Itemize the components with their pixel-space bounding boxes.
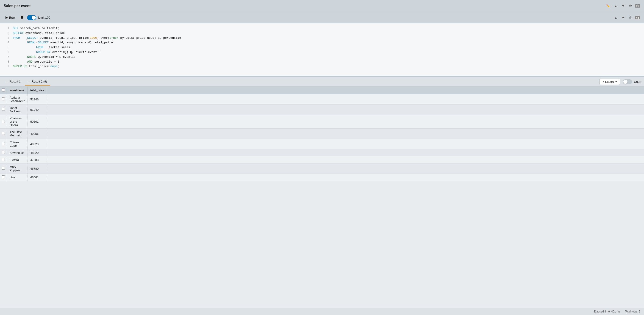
- cell-eventname: Phantom of the Opera: [7, 115, 28, 128]
- results-tabs: Result 1 Result 2 (9): [3, 78, 50, 86]
- code-content-3: FROM (SELECT eventid, total_price, ntile…: [13, 36, 181, 40]
- code-content-2: SELECT eventname, total_price: [13, 31, 65, 36]
- row-checkbox-cell[interactable]: [0, 128, 7, 139]
- table-row: Citizen Cope49823: [0, 139, 644, 149]
- total-rows: Total rows: 9: [625, 310, 640, 313]
- code-content-7: WHERE Q.eventid = E.eventid: [13, 55, 76, 60]
- table-header-row: eventname total_price: [0, 87, 644, 94]
- code-line-4: 4 FROM (SELECT eventid, sum(pricepaid) t…: [0, 40, 644, 45]
- cell-eventname: Live: [7, 174, 28, 181]
- cell-empty: [47, 174, 644, 181]
- table-row: The Little Mermaid49956: [0, 128, 644, 139]
- data-table: eventname total_price Adriana Lecouvreur…: [0, 87, 644, 181]
- row-checkbox[interactable]: [2, 108, 5, 111]
- run-label: Run: [9, 16, 15, 20]
- title-bar: Sales per event ✏️ ▲ ▼ 🗑 #1: [0, 0, 644, 12]
- line-num-8: 8: [3, 60, 9, 64]
- code-content-9: ORDER BY total_price desc;: [13, 64, 60, 69]
- row-checkbox-cell[interactable]: [0, 164, 7, 174]
- move-up-button[interactable]: ▲: [613, 3, 619, 9]
- code-line-6: 6 GROUP BY eventid)) Q, tickit.event E: [0, 50, 644, 55]
- cell-badge: #1: [635, 4, 640, 8]
- cell-empty: [47, 115, 644, 128]
- code-content-8: AND percentile = 1: [13, 60, 60, 64]
- cell-total-price: 51049: [28, 104, 47, 115]
- row-checkbox[interactable]: [2, 120, 5, 123]
- move-down-button[interactable]: ▼: [620, 3, 626, 9]
- header-checkbox[interactable]: [2, 88, 5, 92]
- code-editor[interactable]: 1 SET search_path to tickit; 2 SELECT ev…: [0, 24, 644, 76]
- status-bar: Elapsed time: 401 ms Total rows: 9: [0, 308, 644, 315]
- row-checkbox-cell[interactable]: [0, 104, 7, 115]
- toolbar-badge: #2: [635, 16, 640, 19]
- row-checkbox-cell[interactable]: [0, 156, 7, 164]
- row-checkbox[interactable]: [2, 167, 5, 170]
- row-checkbox[interactable]: [2, 151, 5, 154]
- tab-result2[interactable]: Result 2 (9): [25, 78, 50, 86]
- row-checkbox[interactable]: [2, 142, 5, 145]
- row-checkbox-cell[interactable]: [0, 139, 7, 149]
- cell-empty: [47, 128, 644, 139]
- cell-empty: [47, 104, 644, 115]
- table-icon-1: [6, 81, 8, 82]
- code-line-9: 9 ORDER BY total_price desc;: [0, 64, 644, 69]
- col-total-price[interactable]: total_price: [28, 87, 47, 94]
- table-row: Janet Jackson51049: [0, 104, 644, 115]
- delete-button[interactable]: 🗑: [628, 3, 634, 9]
- table-row: Mary Poppins46780: [0, 164, 644, 174]
- row-checkbox[interactable]: [2, 98, 5, 100]
- table-row: Phantom of the Opera50301: [0, 115, 644, 128]
- cell-empty: [47, 94, 644, 104]
- export-icon: ↑: [602, 80, 604, 84]
- row-checkbox-cell[interactable]: [0, 174, 7, 181]
- toolbar-left: Run Limit 100: [4, 15, 50, 20]
- code-content-4: FROM (SELECT eventid, sum(pricepaid) tot…: [13, 40, 113, 45]
- row-checkbox[interactable]: [2, 176, 5, 178]
- cell-total-price: 46661: [28, 174, 47, 181]
- cell-empty: [47, 149, 644, 156]
- run-icon: [6, 16, 8, 19]
- limit-toggle[interactable]: [27, 15, 36, 20]
- chart-toggle[interactable]: [623, 79, 632, 84]
- table-row: Sevendust48020: [0, 149, 644, 156]
- code-line-1: 1 SET search_path to tickit;: [0, 26, 644, 31]
- toolbar-delete-button[interactable]: 🗑: [628, 15, 634, 20]
- col-eventname[interactable]: eventname: [7, 87, 28, 94]
- row-checkbox-cell[interactable]: [0, 115, 7, 128]
- cell-total-price: 49823: [28, 139, 47, 149]
- results-tabs-bar: Result 1 Result 2 (9) ↑: [0, 77, 644, 87]
- cell-eventname: Mary Poppins: [7, 164, 28, 174]
- export-button[interactable]: ↑ Export ▼: [600, 79, 620, 85]
- code-line-8: 8 AND percentile = 1: [0, 60, 644, 64]
- line-num-2: 2: [3, 31, 9, 36]
- chart-toggle-container: Chart: [623, 79, 641, 84]
- data-table-container[interactable]: eventname total_price Adriana Lecouvreur…: [0, 87, 644, 308]
- toolbar-move-up-button[interactable]: ▲: [613, 15, 619, 20]
- cell-total-price: 50301: [28, 115, 47, 128]
- export-label: Export: [605, 80, 614, 84]
- cell-empty: [47, 139, 644, 149]
- toggle-slider: [27, 15, 36, 20]
- app-container: Sales per event ✏️ ▲ ▼ 🗑 #1 Run Lim: [0, 0, 644, 315]
- run-button[interactable]: Run: [4, 15, 17, 20]
- cell-total-price: 46780: [28, 164, 47, 174]
- chart-toggle-slider: [623, 79, 632, 84]
- elapsed-time: Elapsed time: 401 ms: [594, 310, 620, 313]
- limit-toggle-container: Limit 100: [27, 15, 50, 20]
- row-checkbox-cell[interactable]: [0, 94, 7, 104]
- cell-eventname: Sevendust: [7, 149, 28, 156]
- tab-result1[interactable]: Result 1: [3, 78, 24, 86]
- export-chevron: ▼: [615, 80, 617, 83]
- toolbar-right: ▲ ▼ 🗑 #2: [613, 15, 640, 20]
- page-title: Sales per event: [4, 4, 30, 8]
- row-checkbox[interactable]: [2, 132, 5, 135]
- toolbar-move-down-button[interactable]: ▼: [620, 15, 626, 20]
- edit-button[interactable]: ✏️: [605, 3, 612, 9]
- line-num-6: 6: [3, 50, 9, 54]
- line-num-7: 7: [3, 55, 9, 60]
- cell-total-price: 47883: [28, 156, 47, 164]
- stop-button[interactable]: [19, 15, 25, 20]
- row-checkbox-cell[interactable]: [0, 149, 7, 156]
- row-checkbox[interactable]: [2, 158, 5, 161]
- checkbox-header[interactable]: [0, 87, 7, 94]
